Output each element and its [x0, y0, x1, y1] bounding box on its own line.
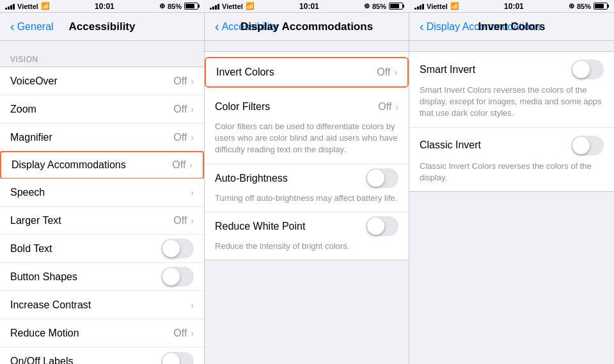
- zoom-label: Zoom: [10, 104, 173, 115]
- chevron-right-icon: ›: [394, 67, 397, 77]
- time-right: 10:01: [504, 2, 524, 11]
- larger-text-value: Off: [173, 215, 187, 226]
- invert-colors-label: Invert Colors: [216, 67, 377, 78]
- list-item-reduce-white-point[interactable]: Reduce White Point Reduce the intensity …: [205, 212, 409, 260]
- chevron-left-icon: ‹: [10, 20, 15, 33]
- color-filters-value: Off: [378, 101, 391, 113]
- right-item-classic-invert[interactable]: Classic Invert Classic Invert Colors rev…: [409, 128, 614, 191]
- button-shapes-toggle[interactable]: [161, 267, 194, 287]
- battery-left: [184, 3, 200, 10]
- zoom-value: Off: [173, 104, 187, 115]
- carrier-left: Viettel: [17, 3, 38, 10]
- chevron-left-icon: ‹: [215, 20, 219, 33]
- status-bar-mid: Viettel 📶 10:01 ⊕ 85%: [205, 0, 409, 13]
- page-title-mid: Display Accommodations: [240, 20, 373, 33]
- time-left: 10:01: [95, 2, 114, 11]
- carrier-right: Viettel: [427, 3, 448, 10]
- status-bar-right: Viettel 📶 10:01 ⊕ 85%: [409, 0, 614, 13]
- list-item-auto-brightness[interactable]: Auto-Brightness Turning off auto-brightn…: [205, 164, 409, 212]
- right-list-scroll[interactable]: Smart Invert Smart Invert Colors reverse…: [409, 41, 614, 364]
- right-item-smart-invert[interactable]: Smart Invert Smart Invert Colors reverse…: [409, 52, 614, 128]
- reduce-white-point-desc: Reduce the intensity of bright colors.: [205, 241, 409, 260]
- display-accommodations-value: Off: [172, 159, 185, 171]
- battery-icon-right: ⊕: [569, 2, 574, 10]
- status-bar: Viettel 📶 10:01 ⊕ 85% Viettel 📶 10:01: [0, 0, 614, 13]
- voiceover-label: VoiceOver: [10, 75, 173, 87]
- list-item-zoom[interactable]: Zoom Off ›: [0, 95, 204, 123]
- reduce-white-point-toggle[interactable]: [366, 216, 398, 236]
- nav-header-mid: ‹ Accessibility Display Accommodations: [205, 13, 409, 41]
- smart-invert-toggle[interactable]: [571, 59, 604, 79]
- bold-text-label: Bold Text: [10, 243, 161, 255]
- increase-contrast-label: Increase Contrast: [10, 299, 191, 311]
- classic-invert-label: Classic Invert: [420, 139, 571, 151]
- battery-pct-mid: 85%: [372, 3, 386, 10]
- list-item-bold-text[interactable]: Bold Text: [0, 235, 204, 263]
- panel-accessibility: ‹ General Accessibility VISION VoiceOver…: [0, 13, 205, 364]
- list-item-reduce-motion[interactable]: Reduce Motion Off ›: [0, 319, 204, 347]
- auto-brightness-toggle[interactable]: [366, 168, 398, 188]
- onoff-labels-label: On/Off Labels: [10, 356, 161, 364]
- page-title-left: Accessibility: [69, 20, 136, 33]
- color-filters-desc: Color filters can be used to differentia…: [205, 121, 409, 164]
- list-item-invert-colors[interactable]: Invert Colors Off ›: [206, 58, 407, 86]
- left-list-scroll[interactable]: VISION VoiceOver Off › Zoom Off › Magnif…: [0, 41, 204, 364]
- mid-list-group: Invert Colors Off › Color Filters Off › …: [205, 51, 409, 260]
- smart-invert-label: Smart Invert: [420, 64, 571, 75]
- battery-pct-right: 85%: [577, 3, 591, 10]
- magnifier-value: Off: [173, 132, 187, 143]
- invert-colors-wrapper: Invert Colors Off ›: [205, 57, 409, 88]
- back-button-left[interactable]: ‹ General: [10, 20, 54, 33]
- list-item-display-accommodations[interactable]: Display Accommodations Off ›: [0, 151, 204, 179]
- nav-header-right: ‹ Display Accommodations Invert Colors: [409, 13, 614, 41]
- carrier-mid: Viettel: [222, 3, 243, 10]
- panel-display-accommodations: ‹ Accessibility Display Accommodations I…: [205, 13, 409, 364]
- bold-text-toggle[interactable]: [161, 239, 194, 258]
- magnifier-label: Magnifier: [10, 132, 173, 143]
- color-filters-label: Color Filters: [215, 101, 378, 113]
- list-item-voiceover[interactable]: VoiceOver Off ›: [0, 67, 204, 95]
- mid-list-scroll[interactable]: Invert Colors Off › Color Filters Off › …: [205, 41, 409, 364]
- right-list-group: Smart Invert Smart Invert Colors reverse…: [409, 51, 614, 192]
- chevron-left-icon: ‹: [420, 20, 424, 33]
- wifi-icon-left: 📶: [41, 2, 50, 10]
- smart-invert-desc: Smart Invert Colors reverses the colors …: [420, 84, 604, 120]
- signal-bars-mid: [210, 3, 219, 10]
- chevron-right-icon: ›: [189, 160, 193, 170]
- main-content: ‹ General Accessibility VISION VoiceOver…: [0, 13, 614, 364]
- list-item-onoff-labels[interactable]: On/Off Labels: [0, 347, 204, 364]
- speech-label: Speech: [10, 187, 191, 198]
- chevron-right-icon: ›: [395, 102, 398, 112]
- section-vision-header: VISION: [0, 51, 204, 67]
- back-label-left: General: [17, 21, 54, 33]
- list-item-color-filters[interactable]: Color Filters Off › Color filters can be…: [205, 93, 409, 164]
- voiceover-value: Off: [173, 75, 187, 87]
- auto-brightness-label: Auto-Brightness: [215, 173, 366, 184]
- wifi-icon-right: 📶: [450, 2, 459, 10]
- reduce-white-point-label: Reduce White Point: [215, 221, 366, 232]
- chevron-right-icon: ›: [191, 76, 194, 86]
- page-title-right: Invert Colors: [478, 20, 546, 33]
- classic-invert-desc: Classic Invert Colors reverses the color…: [420, 161, 604, 184]
- larger-text-label: Larger Text: [10, 215, 173, 226]
- panel-invert-colors: ‹ Display Accommodations Invert Colors S…: [409, 13, 614, 364]
- list-item-button-shapes[interactable]: Button Shapes: [0, 263, 204, 291]
- chevron-right-icon: ›: [191, 300, 194, 310]
- list-item-speech[interactable]: Speech ›: [0, 178, 204, 207]
- chevron-right-icon: ›: [191, 328, 194, 338]
- reduce-motion-label: Reduce Motion: [10, 328, 173, 339]
- list-item-increase-contrast[interactable]: Increase Contrast ›: [0, 291, 204, 319]
- signal-bars-right: [414, 3, 424, 10]
- invert-colors-value: Off: [377, 67, 390, 78]
- chevron-right-icon: ›: [191, 132, 194, 143]
- wifi-icon-mid: 📶: [246, 2, 255, 10]
- list-item-larger-text[interactable]: Larger Text Off ›: [0, 207, 204, 235]
- auto-brightness-desc: Turning off auto-brightness may affect b…: [205, 193, 409, 212]
- list-item-magnifier[interactable]: Magnifier Off ›: [0, 123, 204, 152]
- classic-invert-toggle[interactable]: [571, 136, 604, 155]
- onoff-labels-toggle[interactable]: [161, 352, 194, 365]
- display-accommodations-label: Display Accommodations: [12, 159, 172, 171]
- status-bar-left: Viettel 📶 10:01 ⊕ 85%: [0, 0, 205, 13]
- chevron-right-icon: ›: [191, 187, 194, 198]
- signal-bars-left: [5, 3, 15, 10]
